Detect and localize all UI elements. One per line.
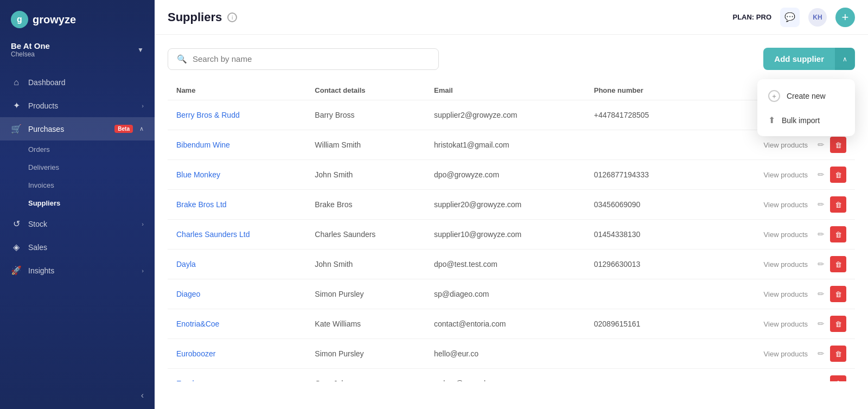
contact-cell: Simon Pursley xyxy=(306,279,425,309)
delete-button[interactable]: 🗑 xyxy=(830,196,846,213)
content-area: 🔍 Add supplier ∧ + Create new ⬆ Bulk xyxy=(155,35,868,409)
actions-cell: View products ✏ 🗑 xyxy=(696,250,856,279)
workspace-selector[interactable]: Be At One Chelsea ▼ xyxy=(0,37,155,67)
sidebar-item-insights[interactable]: 🚀 Insights › xyxy=(0,259,155,282)
view-products-button[interactable]: View products xyxy=(760,348,812,360)
delete-button[interactable]: 🗑 xyxy=(830,167,846,183)
sidebar-item-suppliers[interactable]: Suppliers xyxy=(0,194,155,212)
table-row: Dayla John Smith dpo@test.test.com 01296… xyxy=(168,250,855,279)
table-row: Enotria&Coe Kate Williams contact@entori… xyxy=(168,309,855,339)
delete-button[interactable]: 🗑 xyxy=(830,137,846,153)
phone-cell: 0126877194333 xyxy=(585,160,696,190)
sidebar-item-sales[interactable]: ◈ Sales xyxy=(0,235,155,259)
top-bar-right: PLAN: PRO 💬 KH + xyxy=(732,8,855,27)
products-icon: ✦ xyxy=(11,100,22,111)
avatar: KH xyxy=(808,8,827,27)
actions-cell: View products ✏ 🗑 xyxy=(696,190,856,220)
phone-cell xyxy=(585,279,696,309)
edit-button[interactable]: ✏ xyxy=(814,317,828,331)
supplier-name-cell: Enotria&Coe xyxy=(168,309,306,339)
contact-cell: William Smith xyxy=(306,130,425,160)
edit-button[interactable]: ✏ xyxy=(814,287,828,301)
actions-cell: View products ✏ 🗑 xyxy=(696,339,856,369)
logo-area: g growyze xyxy=(0,0,155,37)
email-cell: sp@diageo.com xyxy=(425,279,585,309)
supplier-name-cell: Blue Monkey xyxy=(168,160,306,190)
suppliers-table: Name Contact details Email Phone number … xyxy=(168,81,855,381)
delete-button[interactable]: 🗑 xyxy=(830,226,846,242)
actions-cell: View products ✏ 🗑 xyxy=(696,369,856,382)
actions-cell: View products ✏ 🗑 xyxy=(696,279,856,309)
bulk-import-item[interactable]: ⬆ Bulk import xyxy=(757,108,855,132)
view-products-button[interactable]: View products xyxy=(760,199,812,211)
delete-button[interactable]: 🗑 xyxy=(830,375,846,381)
create-new-item[interactable]: + Create new xyxy=(757,84,855,108)
add-supplier-button[interactable]: Add supplier xyxy=(763,48,835,70)
table-row: Diageo Simon Pursley sp@diageo.com View … xyxy=(168,279,855,309)
supplier-name-cell: Euroboozer new xyxy=(168,369,306,382)
edit-button[interactable]: ✏ xyxy=(814,376,828,381)
create-new-icon: + xyxy=(768,90,780,102)
view-products-button[interactable]: View products xyxy=(760,228,812,241)
contact-cell: Barry Bross xyxy=(306,100,425,130)
col-header-name: Name xyxy=(168,81,306,100)
edit-button[interactable]: ✏ xyxy=(814,138,828,152)
sidebar-item-dashboard[interactable]: ⌂ Dashboard xyxy=(0,71,155,94)
sidebar-item-deliveries[interactable]: Deliveries xyxy=(0,158,155,176)
plan-value: PRO xyxy=(756,13,771,21)
add-supplier-dropdown: + Create new ⬆ Bulk import xyxy=(757,79,855,136)
chat-button[interactable]: 💬 xyxy=(780,8,800,27)
edit-button[interactable]: ✏ xyxy=(814,168,828,182)
view-products-button[interactable]: View products xyxy=(760,169,812,181)
delete-button[interactable]: 🗑 xyxy=(830,286,846,302)
table-row: Berry Bros & Rudd Barry Bross supplier2@… xyxy=(168,100,855,130)
sidebar-item-purchases[interactable]: 🛒 Purchases Beta ∧ xyxy=(0,117,155,140)
phone-cell xyxy=(585,369,696,382)
view-products-button[interactable]: View products xyxy=(760,258,812,271)
contact-cell: Brake Bros xyxy=(306,190,425,220)
purchases-chevron-icon: ∧ xyxy=(139,125,144,132)
sidebar-item-orders[interactable]: Orders xyxy=(0,140,155,158)
actions-cell: View products ✏ 🗑 xyxy=(696,309,856,339)
view-products-button[interactable]: View products xyxy=(760,288,812,301)
purchases-icon: 🛒 xyxy=(11,124,22,134)
sidebar-item-stock[interactable]: ↺ Stock › xyxy=(0,212,155,235)
page-title-area: Suppliers i xyxy=(168,10,237,24)
edit-button[interactable]: ✏ xyxy=(814,197,828,212)
view-products-button[interactable]: View products xyxy=(760,318,812,330)
sales-icon: ◈ xyxy=(11,242,22,252)
add-supplier-btn-group: Add supplier ∧ xyxy=(763,48,855,70)
contact-cell: John Smith xyxy=(306,250,425,279)
sidebar-item-invoices[interactable]: Invoices xyxy=(0,176,155,194)
phone-cell: 01296630013 xyxy=(585,250,696,279)
table-row: Euroboozer Simon Pursley hello@eur.co Vi… xyxy=(168,339,855,369)
table-row: Euroboozer new Gary Johnson orders@e.co.… xyxy=(168,369,855,382)
global-add-button[interactable]: + xyxy=(835,8,855,27)
edit-button[interactable]: ✏ xyxy=(814,347,828,361)
sidebar-item-products[interactable]: ✦ Products › xyxy=(0,94,155,117)
search-box[interactable]: 🔍 xyxy=(168,48,439,70)
workspace-name: Be At One xyxy=(11,41,50,50)
actions-cell: View products ✏ 🗑 xyxy=(696,220,856,250)
col-header-phone: Phone number xyxy=(585,81,696,100)
search-input[interactable] xyxy=(193,54,430,63)
logo-text: growyze xyxy=(33,14,76,26)
view-products-button[interactable]: View products xyxy=(760,139,812,151)
info-icon[interactable]: i xyxy=(227,12,237,22)
phone-cell: 01454338130 xyxy=(585,220,696,250)
sidebar-collapse-button[interactable]: ‹ xyxy=(0,382,155,409)
delete-button[interactable]: 🗑 xyxy=(830,346,846,362)
bulk-import-icon: ⬆ xyxy=(768,115,775,125)
stock-chevron-icon: › xyxy=(142,221,144,227)
delete-button[interactable]: 🗑 xyxy=(830,256,846,272)
view-products-button[interactable]: View products xyxy=(760,378,812,382)
sidebar: g growyze Be At One Chelsea ▼ ⌂ Dashboar… xyxy=(0,0,155,409)
contact-cell: John Smith xyxy=(306,160,425,190)
edit-button[interactable]: ✏ xyxy=(814,227,828,241)
add-supplier-chevron-button[interactable]: ∧ xyxy=(835,48,855,70)
supplier-name-cell: Berry Bros & Rudd xyxy=(168,100,306,130)
phone-cell: +447841728505 xyxy=(585,100,696,130)
workspace-chevron-icon: ▼ xyxy=(137,46,144,54)
edit-button[interactable]: ✏ xyxy=(814,257,828,271)
delete-button[interactable]: 🗑 xyxy=(830,316,846,332)
